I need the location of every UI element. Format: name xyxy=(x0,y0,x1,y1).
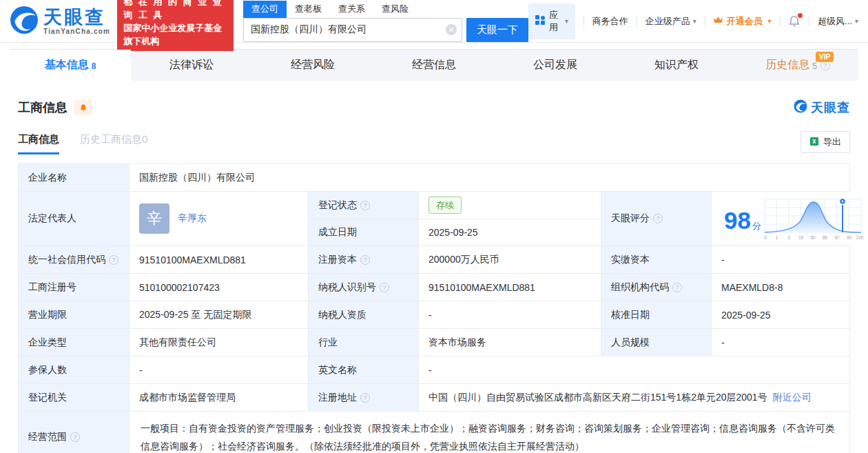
tab-operational-risk[interactable]: 经营风险 xyxy=(252,50,373,81)
tab-history-info[interactable]: VIP 历史信息 5 xyxy=(737,50,858,81)
industry-value: 资本市场服务 xyxy=(418,329,601,356)
reg-authority-value: 成都市市场监督管理局 xyxy=(129,384,308,411)
company-name-value: 国新控股（四川）有限公司 xyxy=(129,164,849,191)
search-tab-company[interactable]: 查公司 xyxy=(243,1,287,18)
table-row: 工商注册号 510100002107423 纳税人识别号 91510100MAE… xyxy=(19,273,849,301)
field-label: 营业期限 xyxy=(19,301,129,328)
svg-text:50: 50 xyxy=(810,235,816,240)
help-icon[interactable] xyxy=(360,255,370,265)
help-icon[interactable] xyxy=(360,393,370,403)
subtab-history-registration[interactable]: 历史工商信息0 xyxy=(80,133,147,154)
score-value: 98 xyxy=(724,208,751,232)
score-unit: 分 xyxy=(752,220,761,232)
field-label: 企业类型 xyxy=(19,329,129,356)
field-label: 天眼评分 xyxy=(601,192,711,245)
org-code-value: MAEXMLD8-8 xyxy=(711,274,849,301)
apps-grid-icon xyxy=(535,15,546,28)
monitor-bell-icon[interactable] xyxy=(74,100,92,115)
brand-slogan: 都 在 用 的 商 业 查 询 工 具 国家中小企业发展子基金旗下机构 xyxy=(117,0,234,51)
reg-address-value: 中国（四川）自由贸易试验区成都市高新区天府二街151号1栋2单元20层2001号 xyxy=(428,392,767,404)
search-tab-boss[interactable]: 查老板 xyxy=(287,1,330,18)
nav-cooperation[interactable]: 商务合作 xyxy=(592,15,628,28)
status-cell: 存续 xyxy=(418,192,601,219)
field-label: 法定代表人 xyxy=(19,192,129,245)
apps-menu[interactable]: 应用 xyxy=(528,3,575,39)
svg-text:97: 97 xyxy=(834,235,840,240)
staff-size-value: - xyxy=(711,329,849,356)
legal-rep-link[interactable]: 辛厚东 xyxy=(178,212,207,225)
search-module: 查公司 查老板 查关系 查风险 天眼一下 xyxy=(243,1,528,42)
credit-code-value: 91510100MAEXMLD881 xyxy=(129,246,308,273)
insured-value: - xyxy=(129,356,308,383)
tab-count: 5 xyxy=(812,61,817,71)
status-badge: 存续 xyxy=(428,197,462,214)
subtab-business-registration[interactable]: 工商信息 xyxy=(18,133,59,154)
tab-legal-proceedings[interactable]: 法律诉讼 xyxy=(131,50,252,81)
clear-icon[interactable] xyxy=(446,24,457,35)
score-distribution-chart: 0 1 3 15 50 85 97 99 100 xyxy=(761,197,866,244)
nav-super-risk[interactable]: 超级风... xyxy=(818,15,858,28)
notification-dot xyxy=(798,13,803,18)
slogan-line1: 都 在 用 的 商 业 查 询 工 具 xyxy=(123,0,227,21)
export-button[interactable]: 导出 xyxy=(800,131,850,153)
table-row: 登记机关 成都市市场监督管理局 注册地址 中国（四川）自由贸易试验区成都市高新区… xyxy=(19,383,849,411)
help-icon[interactable] xyxy=(70,432,80,442)
approval-date-value: 2025-09-25 xyxy=(711,301,849,328)
table-row: 参保人数 - 英文名称 - xyxy=(19,356,849,383)
help-icon[interactable] xyxy=(653,214,663,223)
table-row: 法定代表人 辛 辛厚东 登记状态 存续 天眼评分 98 分 xyxy=(19,191,849,245)
tianyancha-logo[interactable]: 天眼查 TianYanCha.com xyxy=(10,6,110,37)
avatar[interactable]: 辛 xyxy=(139,203,169,234)
brand-domain: TianYanCha.com xyxy=(43,28,110,35)
help-icon[interactable] xyxy=(360,201,370,210)
vip-badge: VIP xyxy=(816,52,834,62)
biz-term-value: 2025-09-25 至 无固定期限 xyxy=(129,301,308,328)
tab-company-development[interactable]: 公司发展 xyxy=(495,50,616,81)
field-label: 核准日期 xyxy=(601,301,711,328)
help-icon[interactable] xyxy=(380,283,389,292)
notification-bell-icon[interactable] xyxy=(788,15,800,28)
field-label: 统一社会信用代码 xyxy=(19,246,129,273)
svg-text:0: 0 xyxy=(764,235,767,240)
search-tab-risk[interactable]: 查风险 xyxy=(373,1,417,18)
field-label: 工商注册号 xyxy=(19,274,129,301)
nav-enterprise-products[interactable]: 企业级产品 xyxy=(645,15,696,28)
table-row: 企业类型 其他有限责任公司 行业 资本市场服务 人员规模 - xyxy=(19,328,849,356)
field-label: 行业 xyxy=(308,329,418,356)
brand-name: 天眼查 xyxy=(43,8,110,27)
help-icon[interactable] xyxy=(109,255,118,265)
divider xyxy=(705,17,705,26)
search-tabs: 查公司 查老板 查关系 查风险 xyxy=(243,1,528,18)
tab-business-info[interactable]: 经营信息 xyxy=(373,50,495,81)
search-tab-relation[interactable]: 查关系 xyxy=(330,1,373,18)
business-info-table: 企业名称 国新控股（四川）有限公司 法定代表人 辛 辛厚东 登记状态 存续 天眼… xyxy=(18,163,850,453)
slogan-line2: 国家中小企业发展子基金旗下机构 xyxy=(123,21,227,48)
tab-basic-info[interactable]: 基本信息 8 xyxy=(10,50,131,81)
english-name-value: - xyxy=(418,356,849,383)
tianyancha-swirl-icon xyxy=(10,6,39,37)
table-row: 统一社会信用代码 91510100MAEXMLD881 注册资本 200000万… xyxy=(19,245,849,273)
biz-scope-value: 一般项目：自有资金投资的资产管理服务；创业投资（限投资未上市企业）；融资咨询服务… xyxy=(129,412,849,453)
watermark-text: 天眼查 xyxy=(811,99,850,116)
help-icon[interactable] xyxy=(672,283,682,292)
divider xyxy=(637,17,637,26)
tab-count: 8 xyxy=(92,61,96,71)
established-date-value: 2025-09-25 xyxy=(418,219,601,245)
search-button[interactable]: 天眼一下 xyxy=(466,18,528,42)
field-label: 英文名称 xyxy=(308,356,418,383)
nearby-companies-link[interactable]: 附近公司 xyxy=(773,392,812,404)
reg-capital-value: 200000万人民币 xyxy=(418,246,601,273)
svg-text:1: 1 xyxy=(776,235,778,240)
divider xyxy=(780,17,781,26)
search-input[interactable] xyxy=(243,18,462,42)
field-label: 企业名称 xyxy=(19,164,129,191)
field-label: 纳税人资质 xyxy=(308,301,418,328)
reg-address-cell: 中国（四川）自由贸易试验区成都市高新区天府二街151号1栋2单元20层2001号… xyxy=(418,384,849,411)
top-header: 天眼查 TianYanCha.com 都 在 用 的 商 业 查 询 工 具 国… xyxy=(0,0,868,43)
field-label: 登记状态 xyxy=(308,192,418,219)
field-label: 注册地址 xyxy=(308,384,418,411)
crown-icon xyxy=(713,16,723,26)
nav-open-vip[interactable]: 开通会员 xyxy=(713,15,771,28)
tab-intellectual-property[interactable]: 知识产权 xyxy=(616,50,737,81)
table-row: 经营范围 一般项目：自有资金投资的资产管理服务；创业投资（限投资未上市企业）；融… xyxy=(19,411,849,453)
